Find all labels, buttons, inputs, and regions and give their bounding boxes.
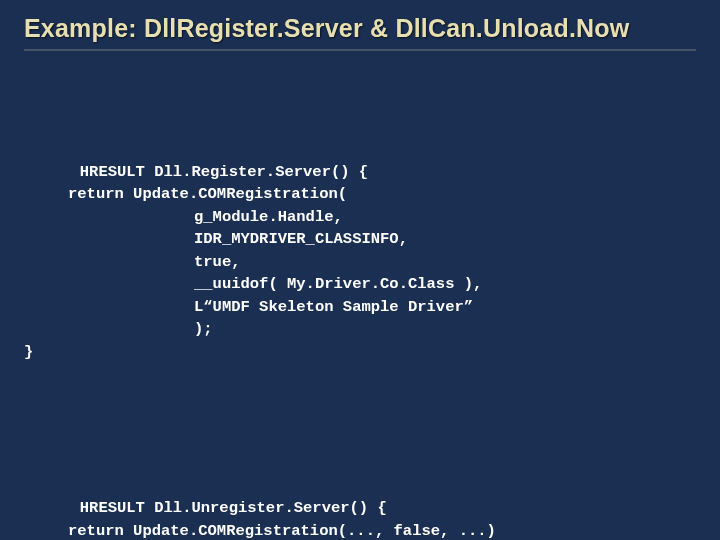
code-line: } (24, 343, 33, 361)
code-line: ); (24, 318, 696, 340)
code-line: L“UMDF Skeleton Sample Driver” (24, 296, 696, 318)
code-line: g_Module.Handle, (24, 206, 696, 228)
code-line: return Update.COMRegistration(..., false… (24, 520, 696, 540)
code-line: return Update.COMRegistration( (24, 183, 696, 205)
slide: Example: DllRegister.Server & DllCan.Unl… (0, 0, 720, 540)
code-line: IDR_MYDRIVER_CLASSINFO, (24, 228, 696, 250)
code-line: HRESULT Dll.Register.Server() { (80, 163, 368, 181)
slide-title: Example: DllRegister.Server & DllCan.Unl… (24, 14, 696, 43)
code-area: HRESULT Dll.Register.Server() { return U… (24, 71, 696, 540)
title-rule (24, 49, 696, 51)
code-line: true, (24, 251, 696, 273)
code-block-unregister: HRESULT Dll.Unregister.Server() { return… (24, 475, 696, 540)
code-line: HRESULT Dll.Unregister.Server() { (80, 499, 387, 517)
code-block-register: HRESULT Dll.Register.Server() { return U… (24, 138, 696, 385)
code-line: __uuidof( My.Driver.Co.Class ), (24, 273, 696, 295)
